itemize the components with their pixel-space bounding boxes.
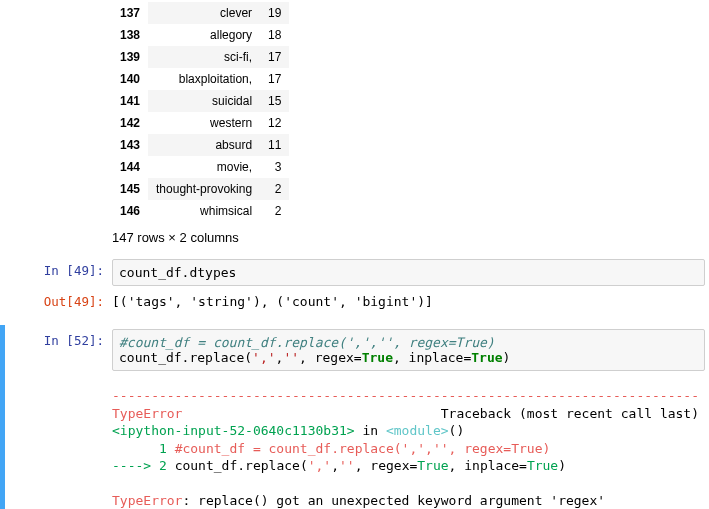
- row-index: 142: [112, 112, 148, 134]
- cell-tags: whimsical: [148, 200, 260, 222]
- code-input-52[interactable]: #count_df = count_df.replace(',','', reg…: [112, 329, 705, 371]
- code-cell-49[interactable]: In [49]: count_df.dtypes: [0, 257, 709, 288]
- row-index: 137: [112, 2, 148, 24]
- table-row[interactable]: 142western12: [112, 112, 289, 134]
- notebook-container: 137clever19 138allegory18 139sci-fi,17 1…: [0, 0, 709, 509]
- cell-tags: allegory: [148, 24, 260, 46]
- table-row[interactable]: 144movie,3: [112, 156, 289, 178]
- dataframe-body: 137clever19 138allegory18 139sci-fi,17 1…: [112, 2, 289, 222]
- error-name: TypeError: [112, 406, 182, 421]
- row-index: 141: [112, 90, 148, 112]
- cell-tags: suicidal: [148, 90, 260, 112]
- cell-count: 2: [260, 178, 289, 200]
- traceback-location: <ipython-input-52-0640c1130b31>: [112, 423, 355, 438]
- dataframe-summary: 147 rows × 2 columns: [112, 230, 705, 245]
- row-index: 143: [112, 134, 148, 156]
- code-input-49[interactable]: count_df.dtypes: [112, 259, 705, 286]
- traceback-block: ----------------------------------------…: [112, 385, 705, 509]
- prompt-gutter-empty: [0, 2, 112, 245]
- row-index: 146: [112, 200, 148, 222]
- table-row[interactable]: 146whimsical2: [112, 200, 289, 222]
- cell-tags: sci-fi,: [148, 46, 260, 68]
- cell-tags: thought-provoking: [148, 178, 260, 200]
- cell-count: 3: [260, 156, 289, 178]
- code-cell-52-selected[interactable]: In [52]: #count_df = count_df.replace(',…: [0, 325, 709, 509]
- code-cell-52-input-row: In [52]: #count_df = count_df.replace(',…: [5, 327, 709, 373]
- cell-count: 2: [260, 200, 289, 222]
- out-prompt-49: Out[49]:: [0, 290, 112, 313]
- output-cell-52-error: ----------------------------------------…: [5, 383, 709, 509]
- cell-count: 19: [260, 2, 289, 24]
- row-index: 145: [112, 178, 148, 200]
- output-cell-49: Out[49]: [('tags', 'string'), ('count', …: [0, 288, 709, 315]
- error-rule: ----------------------------------------…: [112, 388, 699, 403]
- table-row[interactable]: 138allegory18: [112, 24, 289, 46]
- row-index: 139: [112, 46, 148, 68]
- cell-count: 15: [260, 90, 289, 112]
- cell-count: 17: [260, 68, 289, 90]
- cell-count: 18: [260, 24, 289, 46]
- error-arrow: ----> 2: [112, 458, 175, 473]
- table-row[interactable]: 141suicidal15: [112, 90, 289, 112]
- dataframe-table[interactable]: 137clever19 138allegory18 139sci-fi,17 1…: [112, 2, 289, 222]
- output-cell-dataframe: 137clever19 138allegory18 139sci-fi,17 1…: [0, 0, 709, 247]
- row-index: 144: [112, 156, 148, 178]
- table-row[interactable]: 139sci-fi,17: [112, 46, 289, 68]
- cell-count: 17: [260, 46, 289, 68]
- table-row[interactable]: 140blaxploitation,17: [112, 68, 289, 90]
- row-index: 140: [112, 68, 148, 90]
- code-comment: #count_df = count_df.replace(',','', reg…: [119, 335, 495, 350]
- cell-tags: blaxploitation,: [148, 68, 260, 90]
- cell-count: 12: [260, 112, 289, 134]
- in-prompt-49: In [49]:: [0, 259, 112, 286]
- table-row[interactable]: 143absurd11: [112, 134, 289, 156]
- cell-tags: western: [148, 112, 260, 134]
- output-content: 137clever19 138allegory18 139sci-fi,17 1…: [112, 2, 709, 245]
- error-final-msg: : replace() got an unexpected keyword ar…: [182, 493, 605, 508]
- cell-count: 11: [260, 134, 289, 156]
- row-index: 138: [112, 24, 148, 46]
- plain-output-49: [('tags', 'string'), ('count', 'bigint')…: [112, 290, 705, 313]
- cell-tags: absurd: [148, 134, 260, 156]
- table-row[interactable]: 145thought-provoking2: [112, 178, 289, 200]
- error-final-name: TypeError: [112, 493, 182, 508]
- traceback-label: Traceback (most recent call last): [441, 406, 699, 421]
- table-row[interactable]: 137clever19: [112, 2, 289, 24]
- in-prompt-52: In [52]:: [5, 329, 112, 371]
- prompt-gutter-empty: [5, 385, 112, 509]
- cell-tags: movie,: [148, 156, 260, 178]
- cell-tags: clever: [148, 2, 260, 24]
